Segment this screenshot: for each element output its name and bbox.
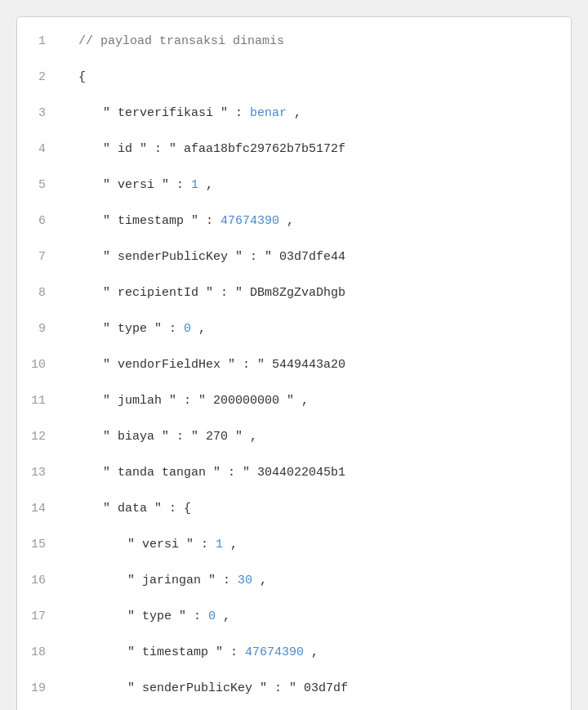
code-token: 47674390 — [220, 214, 279, 228]
code-line: 13" tanda tangan " : " 3044022045b1 — [17, 457, 571, 493]
line-number: 5 — [17, 169, 62, 192]
code-token: " jumlah " : " 200000000 " , — [103, 394, 309, 408]
line-content: " versi " : 1 , — [62, 169, 571, 201]
code-token: 47674390 — [245, 645, 304, 659]
code-line: 9" type " : 0 , — [17, 313, 571, 349]
code-token: " timestamp " : — [127, 645, 245, 659]
line-content: " tanda tangan " : " 3044022045b1 — [62, 457, 571, 489]
code-token: , — [279, 214, 294, 228]
line-number: 17 — [17, 601, 62, 623]
code-token: 1 — [191, 178, 198, 192]
line-number: 16 — [17, 565, 62, 587]
code-token: " recipientId " : " DBm8ZgZvaDhgb — [103, 286, 345, 300]
code-line: 12" biaya " : " 270 " , — [17, 421, 571, 457]
code-token: benar — [250, 106, 287, 120]
line-content: " vendorFieldHex " : " 5449443a20 — [62, 349, 571, 381]
line-number: 9 — [17, 313, 62, 336]
line-number: 6 — [17, 205, 62, 228]
line-number: 4 — [17, 133, 62, 156]
code-line: 3" terverifikasi " : benar , — [17, 97, 571, 133]
code-token: " senderPublicKey " : " 03d7df — [127, 681, 348, 695]
line-number: 1 — [17, 25, 62, 48]
code-token: { — [78, 70, 86, 84]
line-number: 15 — [17, 529, 62, 551]
code-line: 15" versi " : 1 , — [17, 529, 571, 565]
line-content: " versi " : 1 , — [62, 529, 571, 560]
code-token: " type " : — [127, 610, 208, 623]
line-number: 19 — [17, 672, 62, 695]
line-number: 8 — [17, 277, 62, 300]
code-token: 1 — [216, 538, 223, 551]
code-line: 19" senderPublicKey " : " 03d7df — [17, 672, 571, 708]
line-number: 3 — [17, 97, 62, 120]
code-token: " senderPublicKey " : " 03d7dfe44 — [103, 250, 345, 264]
code-token: " jaringan " : — [127, 574, 238, 587]
code-token: , — [223, 538, 238, 551]
code-token: // payload transaksi dinamis — [78, 34, 284, 48]
code-token: " versi " : — [103, 178, 191, 192]
code-line: 7" senderPublicKey " : " 03d7dfe44 — [17, 241, 571, 277]
code-token: 30 — [238, 574, 252, 587]
line-content: " timestamp " : 47674390 , — [62, 205, 571, 237]
line-content: " jumlah " : " 200000000 " , — [62, 385, 571, 417]
line-content: " data " : { — [62, 493, 571, 525]
line-number: 10 — [17, 349, 62, 372]
code-token: , — [287, 106, 301, 120]
line-number: 2 — [17, 61, 62, 84]
line-number: 7 — [17, 241, 62, 264]
line-content: " senderPublicKey " : " 03d7df — [62, 672, 571, 704]
code-token: " biaya " : " 270 " , — [103, 430, 257, 444]
code-line: 17" type " : 0 , — [17, 601, 571, 636]
line-content: " jaringan " : 30 , — [62, 565, 571, 596]
line-number: 11 — [17, 385, 62, 408]
code-line: 6" timestamp " : 47674390 , — [17, 205, 571, 241]
line-content: " id " : " afaa18bfc29762b7b5172f — [62, 133, 571, 165]
code-line: 4" id " : " afaa18bfc29762b7b5172f — [17, 133, 571, 169]
code-token: " timestamp " : — [103, 214, 220, 228]
line-number: 13 — [17, 457, 62, 480]
code-line: 14" data " : { — [17, 493, 571, 529]
code-token: , — [304, 645, 318, 659]
code-line: 1// payload transaksi dinamis — [17, 25, 571, 61]
line-content: " type " : 0 , — [62, 313, 571, 345]
code-token: , — [191, 322, 206, 336]
code-token: 0 — [184, 322, 191, 336]
line-content: // payload transaksi dinamis — [62, 25, 571, 57]
code-line: 16" jaringan " : 30 , — [17, 565, 571, 601]
code-token: 0 — [208, 610, 216, 623]
code-token: " versi " : — [127, 538, 216, 551]
code-token: , — [252, 574, 267, 587]
line-content: " terverifikasi " : benar , — [62, 97, 571, 129]
code-line: 8" recipientId " : " DBm8ZgZvaDhgb — [17, 277, 571, 313]
line-number: 14 — [17, 493, 62, 516]
code-token: , — [198, 178, 213, 192]
code-token: " terverifikasi " : — [103, 106, 250, 120]
code-token: , — [216, 610, 230, 623]
code-line: 5" versi " : 1 , — [17, 169, 571, 205]
line-content: " type " : 0 , — [62, 601, 571, 632]
line-content: " senderPublicKey " : " 03d7dfe44 — [62, 241, 571, 273]
code-line: 2{ — [17, 61, 571, 97]
line-number: 18 — [17, 636, 62, 659]
line-content: " biaya " : " 270 " , — [62, 421, 571, 453]
code-line: 11" jumlah " : " 200000000 " , — [17, 385, 571, 421]
code-token: " tanda tangan " : " 3044022045b1 — [103, 466, 345, 480]
line-content: { — [62, 61, 571, 93]
code-token: " vendorFieldHex " : " 5449443a20 — [103, 358, 345, 372]
line-content: " timestamp " : 47674390 , — [62, 636, 571, 668]
line-number: 12 — [17, 421, 62, 444]
code-token: " type " : — [103, 322, 184, 336]
code-line: 10" vendorFieldHex " : " 5449443a20 — [17, 349, 571, 385]
code-editor: 1// payload transaksi dinamis2{3" terver… — [16, 16, 572, 710]
line-content: " recipientId " : " DBm8ZgZvaDhgb — [62, 277, 571, 309]
code-token: " id " : " afaa18bfc29762b7b5172f — [103, 142, 345, 156]
code-line: 18" timestamp " : 47674390 , — [17, 636, 571, 672]
code-token: " data " : { — [103, 502, 191, 516]
